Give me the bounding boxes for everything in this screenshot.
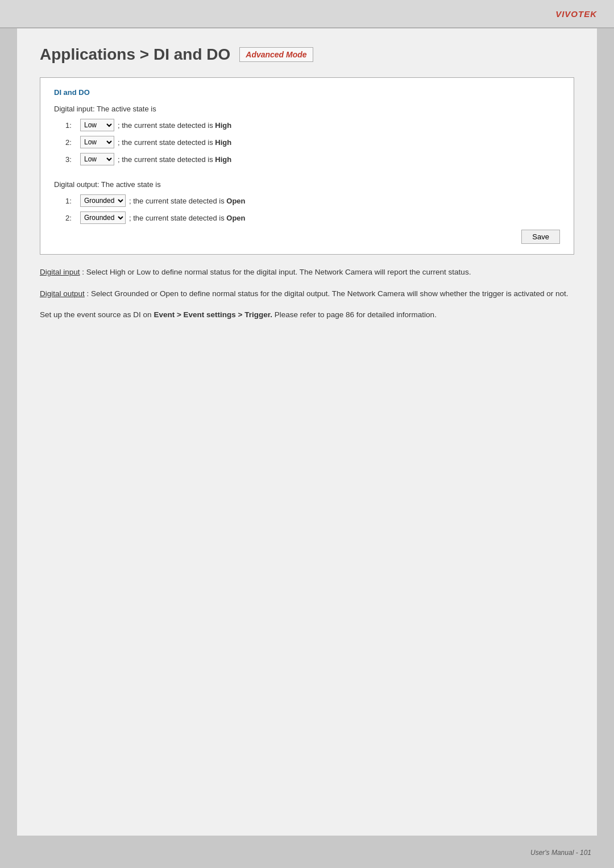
do-row-2-select[interactable]: Grounded Open <box>80 211 126 224</box>
digital-output-term: Digital output <box>40 289 85 298</box>
do-row-1: 1: Grounded Open ; the current state det… <box>65 194 560 207</box>
digital-input-term: Digital input <box>40 268 80 276</box>
do-row-2-num: 2: <box>65 214 77 222</box>
di-row-3-num: 3: <box>65 155 77 164</box>
event-source-text: Set up the event source as DI on Event >… <box>40 310 437 319</box>
di-row-2-select[interactable]: Low High <box>80 136 114 148</box>
di-row-2-num: 2: <box>65 138 77 147</box>
page-header: Applications > DI and DO Advanced Mode <box>40 45 574 64</box>
digital-output-label: Digital output: The active state is <box>54 180 560 189</box>
description-digital-output: Digital output : Select Grounded or Open… <box>40 288 574 300</box>
di-row-1-select[interactable]: Low High <box>80 119 114 131</box>
digital-output-desc: : Select Grounded or Open to define norm… <box>87 289 569 298</box>
save-button[interactable]: Save <box>521 230 560 244</box>
di-row-3: 3: Low High ; the current state detected… <box>65 153 560 165</box>
do-row-1-select[interactable]: Grounded Open <box>80 194 126 207</box>
di-row-2-text: ; the current state detected is High <box>118 138 231 147</box>
do-row-1-text: ; the current state detected is Open <box>129 197 246 205</box>
digital-input-desc: : Select High or Low to define normal st… <box>82 268 471 276</box>
do-row-2: 2: Grounded Open ; the current state det… <box>65 211 560 224</box>
page-title: Applications > DI and DO <box>40 45 230 64</box>
footer-label: User's Manual - 101 <box>530 849 591 857</box>
di-row-2: 2: Low High ; the current state detected… <box>65 136 560 148</box>
di-row-1-num: 1: <box>65 121 77 130</box>
advanced-mode-button[interactable]: Advanced Mode <box>239 47 313 62</box>
description-event-source: Set up the event source as DI on Event >… <box>40 309 574 321</box>
do-row-2-text: ; the current state detected is Open <box>129 214 246 222</box>
brand-label: VIVOTEK <box>555 9 597 19</box>
top-bar: VIVOTEK <box>0 0 614 28</box>
description-section: Digital input : Select High or Low to de… <box>40 266 574 321</box>
di-row-3-select[interactable]: Low High <box>80 153 114 165</box>
digital-input-label: Digital input: The active state is <box>54 105 560 113</box>
description-digital-input: Digital input : Select High or Low to de… <box>40 266 574 279</box>
main-content: Applications > DI and DO Advanced Mode D… <box>17 28 597 836</box>
di-row-1: 1: Low High ; the current state detected… <box>65 119 560 131</box>
di-row-3-text: ; the current state detected is High <box>118 155 231 164</box>
di-row-1-text: ; the current state detected is High <box>118 121 231 130</box>
panel-title: DI and DO <box>54 88 560 97</box>
save-row: Save <box>54 230 560 244</box>
do-row-1-num: 1: <box>65 197 77 205</box>
di-do-panel: DI and DO Digital input: The active stat… <box>40 77 574 255</box>
